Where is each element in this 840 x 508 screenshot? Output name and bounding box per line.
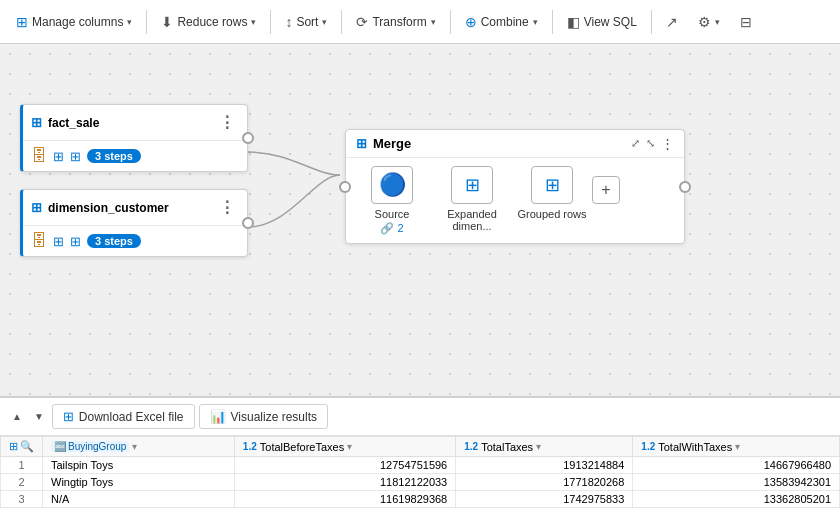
transform-button[interactable]: ⟳ Transform ▾ [348,10,443,34]
combine-button[interactable]: ⊕ Combine ▾ [457,10,546,34]
search-icon: 🔍 [20,440,34,453]
row-2-num: 2 [1,474,43,491]
total-taxes-sort[interactable]: ▾ [536,441,541,452]
row-2-buying-group: Wingtip Toys [43,474,235,491]
fact-sale-node[interactable]: ⊞ fact_sale ⋮ 🗄 ⊞ ⊞ 3 steps [20,104,248,172]
manage-columns-chevron: ▾ [127,17,132,27]
row-3-total-taxes: 1742975833 [456,491,633,508]
export-button[interactable]: ↗ [658,10,686,34]
merge-step-source-icon-box: 🔵 [371,166,413,204]
reduce-rows-button[interactable]: ⬇ Reduce rows ▾ [153,10,264,34]
manage-columns-button[interactable]: ⊞ Manage columns ▾ [8,10,140,34]
view-sql-button[interactable]: ◧ View SQL [559,10,645,34]
fact-sale-table-icon2: ⊞ [53,149,64,164]
table-header-row: ⊞ 🔍 🔤 BuyingGroup ▾ [1,437,840,457]
dimension-customer-table-icon: ⊞ [31,200,42,215]
merge-step-grouped[interactable]: ⊞ Grouped rows [512,166,592,220]
manage-columns-icon: ⊞ [16,14,28,30]
visualize-results-button[interactable]: 📊 Visualize results [199,404,328,429]
download-excel-button[interactable]: ⊞ Download Excel file [52,404,195,429]
table-icon: ⊞ [9,440,18,453]
sort-chevron: ▾ [322,17,327,27]
total-before-label: TotalBeforeTaxes [260,441,344,453]
total-with-sort[interactable]: ▾ [735,441,740,452]
fact-sale-header: ⊞ fact_sale ⋮ [23,105,247,141]
row-1-total-taxes: 1913214884 [456,457,633,474]
fact-sale-db-icon: 🗄 [31,147,47,165]
total-taxes-label: TotalTaxes [481,441,533,453]
sep-3 [341,10,342,34]
transform-label: Transform [372,15,426,29]
merge-expand-icon[interactable]: ⤢ [631,137,640,150]
canvas: ⊞ fact_sale ⋮ 🗄 ⊞ ⊞ 3 steps ⊞ dimension_… [0,44,840,396]
combine-icon: ⊕ [465,14,477,30]
sep-2 [270,10,271,34]
merge-grouped-icon: ⊞ [545,174,560,196]
buying-group-type-label: BuyingGroup [68,441,126,452]
download-excel-label: Download Excel file [79,410,184,424]
merge-left-connector [339,181,351,193]
total-before-sort[interactable]: ▾ [347,441,352,452]
collapse-button[interactable]: ⊟ [732,10,760,34]
th-row-num: ⊞ 🔍 [1,437,43,457]
fact-sale-steps: 3 steps [87,149,141,163]
merge-menu-icon[interactable]: ⋮ [661,136,674,151]
view-sql-label: View SQL [584,15,637,29]
reduce-rows-icon: ⬇ [161,14,173,30]
sep-4 [450,10,451,34]
total-before-type: 1.2 [243,441,257,452]
fact-sale-table-icon3: ⊞ [70,149,81,164]
total-with-type: 1.2 [641,441,655,452]
dimension-customer-title: dimension_customer [48,201,169,215]
sep-6 [651,10,652,34]
th-total-taxes[interactable]: 1.2 TotalTaxes ▾ [456,437,633,457]
fact-sale-title: fact_sale [48,116,99,130]
dimension-customer-table-icon3: ⊞ [70,234,81,249]
dimension-customer-node[interactable]: ⊞ dimension_customer ⋮ 🗄 ⊞ ⊞ 3 steps [20,189,248,257]
sep-5 [552,10,553,34]
sep-1 [146,10,147,34]
merge-table-icon: ⊞ [356,136,367,151]
fact-sale-menu[interactable]: ⋮ [215,111,239,134]
collapse-down-btn[interactable]: ▼ [30,409,48,424]
sort-button[interactable]: ↕ Sort ▾ [277,10,335,34]
fact-sale-table-icon: ⊞ [31,115,42,130]
dimension-customer-header-left: ⊞ dimension_customer [31,200,169,215]
merge-step-grouped-icon-box: ⊞ [531,166,573,204]
th-total-with-taxes[interactable]: 1.2 TotalWithTaxes ▾ [633,437,840,457]
merge-add-wrapper: + [592,166,620,204]
th-total-before-taxes[interactable]: 1.2 TotalBeforeTaxes ▾ [234,437,455,457]
row-3-buying-group: N/A [43,491,235,508]
merge-step-source[interactable]: 🔵 Source 🔗 2 [352,166,432,235]
row-3-total-before: 11619829368 [234,491,455,508]
toolbar: ⊞ Manage columns ▾ ⬇ Reduce rows ▾ ↕ Sor… [0,0,840,44]
settings-button[interactable]: ⚙ ▾ [690,10,728,34]
table-row: 2 Wingtip Toys 11812122033 1771820268 13… [1,474,840,491]
dimension-customer-db-icon: 🗄 [31,232,47,250]
merge-steps: 🔵 Source 🔗 2 ⊞ Expanded dimen... ⊞ Group… [346,158,684,243]
settings-icon: ⚙ [698,14,711,30]
bottom-panel: ▲ ▼ ⊞ Download Excel file 📊 Visualize re… [0,396,840,508]
settings-chevron: ▾ [715,17,720,27]
dimension-customer-menu[interactable]: ⋮ [215,196,239,219]
merge-header-left: ⊞ Merge [356,136,411,151]
sort-label: Sort [296,15,318,29]
fact-sale-header-left: ⊞ fact_sale [31,115,99,130]
th-buying-group[interactable]: 🔤 BuyingGroup ▾ [43,437,235,457]
merge-collapse-icon[interactable]: ⤡ [646,137,655,150]
merge-header-icons: ⤢ ⤡ ⋮ [631,136,674,151]
dimension-customer-body: 🗄 ⊞ ⊞ 3 steps [23,226,247,256]
merge-node[interactable]: ⊞ Merge ⤢ ⤡ ⋮ 🔵 Source 🔗 2 ⊞ [345,129,685,244]
buying-group-sort[interactable]: ▾ [132,441,137,452]
merge-add-button[interactable]: + [592,176,620,204]
reduce-rows-chevron: ▾ [251,17,256,27]
dimension-customer-steps: 3 steps [87,234,141,248]
collapse-up-btn[interactable]: ▲ [8,409,26,424]
merge-step-expanded[interactable]: ⊞ Expanded dimen... [432,166,512,232]
dimension-customer-connector [242,217,254,229]
table-row: 1 Tailspin Toys 12754751596 1913214884 1… [1,457,840,474]
row-2-total-with: 13583942301 [633,474,840,491]
dimension-customer-header: ⊞ dimension_customer ⋮ [23,190,247,226]
view-sql-icon: ◧ [567,14,580,30]
row-1-buying-group: Tailspin Toys [43,457,235,474]
